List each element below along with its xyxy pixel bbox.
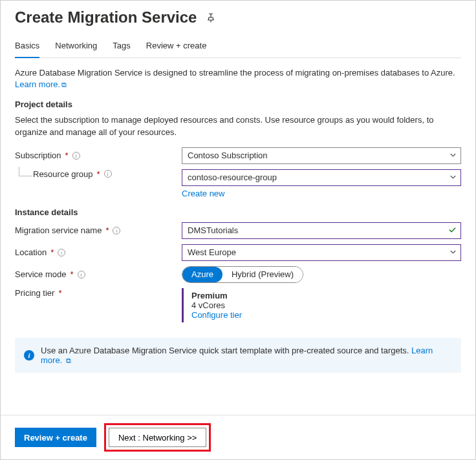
- resource-group-select[interactable]: contoso-resource-group: [182, 169, 461, 186]
- required-indicator: *: [65, 151, 69, 160]
- project-details-text: Select the subscription to manage deploy…: [15, 114, 461, 138]
- migration-name-input[interactable]: DMSTutorials: [182, 222, 461, 239]
- learn-more-link[interactable]: Learn more.⧉: [15, 79, 67, 89]
- tier-name: Premium: [191, 291, 461, 300]
- info-icon[interactable]: i: [72, 152, 80, 160]
- create-new-link[interactable]: Create new: [182, 189, 224, 198]
- chevron-down-icon: [449, 247, 457, 257]
- checkmark-icon: [448, 225, 457, 236]
- tabs: Basics Networking Tags Review + create: [15, 36, 461, 58]
- pricing-tier-label: Pricing tier: [15, 288, 54, 298]
- migration-name-label: Migration service name: [15, 225, 102, 235]
- required-indicator: *: [58, 288, 61, 298]
- resource-group-value: contoso-resource-group: [188, 172, 277, 182]
- next-button-highlight: Next : Networking >>: [104, 423, 211, 452]
- pin-icon[interactable]: [206, 13, 216, 25]
- external-icon: ⧉: [66, 357, 71, 364]
- info-icon: i: [24, 350, 34, 361]
- info-icon[interactable]: i: [104, 170, 112, 178]
- resource-group-label: Resource group: [33, 169, 93, 179]
- next-networking-button[interactable]: Next : Networking >>: [109, 428, 206, 447]
- info-icon[interactable]: i: [78, 271, 85, 278]
- required-indicator: *: [105, 225, 109, 235]
- service-mode-label: Service mode: [15, 269, 66, 279]
- configure-tier-link[interactable]: Configure tier: [191, 310, 242, 320]
- external-icon: ⧉: [61, 81, 67, 89]
- info-banner-text: Use an Azure Database Migration Service …: [41, 346, 409, 355]
- required-indicator: *: [70, 269, 73, 279]
- page-title: Create Migration Service: [15, 8, 197, 26]
- tab-tags[interactable]: Tags: [113, 36, 130, 58]
- subscription-select[interactable]: Contoso Subscription: [182, 147, 461, 164]
- project-details-heading: Project details: [15, 99, 461, 109]
- subscription-value: Contoso Subscription: [188, 151, 268, 160]
- chevron-down-icon: [449, 172, 457, 182]
- info-icon[interactable]: i: [58, 249, 65, 256]
- pricing-tier-box: Premium 4 vCores Configure tier: [182, 288, 461, 322]
- info-icon[interactable]: i: [113, 227, 120, 235]
- location-select[interactable]: West Europe: [182, 244, 461, 261]
- subscription-label: Subscription: [15, 151, 61, 160]
- required-indicator: *: [50, 247, 54, 257]
- chevron-down-icon: [449, 151, 457, 160]
- required-indicator: *: [97, 169, 100, 179]
- instance-details-heading: Instance details: [15, 207, 461, 217]
- tab-networking[interactable]: Networking: [55, 36, 97, 58]
- service-mode-azure[interactable]: Azure: [182, 267, 222, 282]
- tab-basics[interactable]: Basics: [15, 36, 39, 58]
- location-label: Location: [15, 247, 47, 257]
- footer: Review + create Next : Networking >>: [1, 415, 475, 459]
- tier-detail: 4 vCores: [191, 300, 461, 310]
- service-mode-hybrid[interactable]: Hybrid (Preview): [222, 267, 303, 282]
- description-text: Azure Database Migration Service is desi…: [15, 68, 455, 78]
- description: Azure Database Migration Service is desi…: [15, 67, 461, 90]
- review-create-button[interactable]: Review + create: [15, 428, 96, 447]
- migration-name-value: DMSTutorials: [188, 225, 238, 235]
- location-value: West Europe: [188, 247, 236, 257]
- info-banner: i Use an Azure Database Migration Servic…: [15, 338, 461, 373]
- service-mode-toggle: Azure Hybrid (Preview): [182, 266, 303, 283]
- tab-review-create[interactable]: Review + create: [146, 36, 207, 58]
